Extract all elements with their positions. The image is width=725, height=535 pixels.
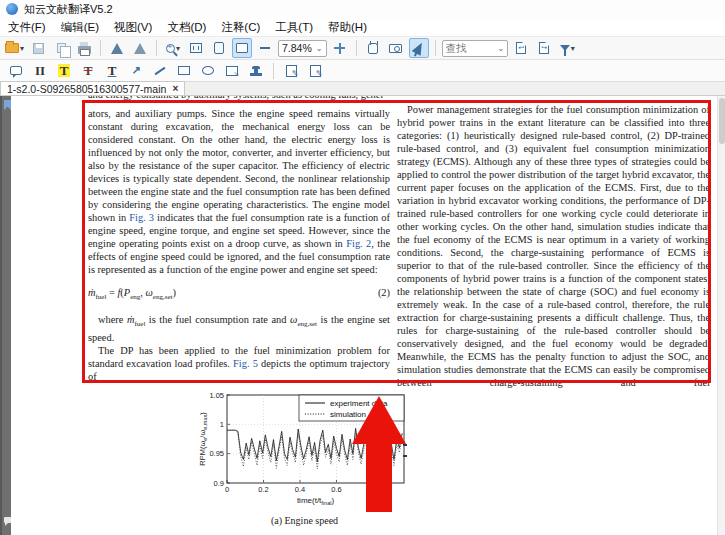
svg-text:time(t/tfinal): time(t/tfinal) <box>297 496 335 506</box>
print-icon <box>78 46 91 54</box>
fit-page-button[interactable] <box>209 38 229 58</box>
svg-text:0: 0 <box>225 485 229 494</box>
open-file-button[interactable]: ▾ <box>4 38 25 58</box>
hand-tool-button[interactable] <box>363 38 383 58</box>
menu-item[interactable]: 帮助(H) <box>328 20 367 35</box>
zoom-in-button[interactable] <box>330 38 350 58</box>
document-tab-label: 1-s2.0-S0926580516300577-main <box>7 83 166 95</box>
toolbar-separator <box>100 40 101 56</box>
svg-text:0.95: 0.95 <box>209 449 224 458</box>
zoom-combobox[interactable]: 7.84%⌄ <box>278 40 326 57</box>
svg-text:0.2: 0.2 <box>258 485 268 494</box>
red-highlight-box-annotation[interactable] <box>82 100 711 383</box>
save-copy-button[interactable] <box>51 38 71 58</box>
zoom-out-button[interactable] <box>255 38 275 58</box>
svg-text:1.05: 1.05 <box>209 391 224 400</box>
underline-tool-icon: T <box>108 64 117 77</box>
svg-text:1: 1 <box>220 420 224 429</box>
rotate-right-icon <box>134 43 146 54</box>
note-tool-button[interactable] <box>6 61 26 81</box>
image-tool-icon <box>226 66 238 76</box>
strikeout-text-button[interactable]: T <box>78 61 98 81</box>
toolbar-separator <box>273 63 274 79</box>
app-logo-icon <box>6 3 18 15</box>
menu-item[interactable]: 文档(D) <box>167 20 206 35</box>
stamp-tool-icon <box>250 73 262 76</box>
typewriter-tool-button[interactable]: ΙΙ <box>30 61 50 81</box>
figure-caption: (a) Engine speed <box>197 515 412 526</box>
arrow-tool-button[interactable]: ↗ <box>126 61 146 81</box>
caret-down-icon: ⌄ <box>316 44 323 53</box>
fit-visible-button[interactable] <box>232 38 252 58</box>
find-next-icon <box>539 42 549 54</box>
vertical-scrollbar[interactable] <box>717 96 725 535</box>
sign-tool-icon <box>286 65 297 77</box>
close-tab-icon[interactable]: × <box>172 84 178 94</box>
caret-down-icon: ▾ <box>176 44 180 53</box>
bookmark-panel-icon[interactable] <box>4 100 11 110</box>
find-next-button[interactable] <box>534 38 554 58</box>
find-input[interactable] <box>446 42 494 54</box>
line-tool-icon <box>155 66 166 75</box>
main-area: and energy consumed by auxiliary systems… <box>0 96 725 535</box>
scrollbar-thumb[interactable] <box>719 98 725 144</box>
note-tool-icon <box>10 66 22 75</box>
caret-down-icon: ⌄ <box>498 44 505 53</box>
print-button[interactable] <box>74 38 94 58</box>
select-tool-icon <box>411 40 425 55</box>
zoom-level-value: 7.84% <box>282 42 312 54</box>
arrow-head <box>352 396 406 444</box>
svg-text:0.4: 0.4 <box>295 485 305 494</box>
menu-item[interactable]: 注释(C) <box>221 20 260 35</box>
snapshot-icon <box>389 44 402 53</box>
main-toolbar: ▾ ▾ 7.84%⌄ ⌄ ▾ <box>0 36 725 60</box>
document-tab[interactable]: 1-s2.0-S0926580516300577-main × <box>0 81 185 95</box>
manage-signatures-button[interactable] <box>305 61 325 81</box>
zoom-out-icon <box>260 47 270 49</box>
toolbar-separator <box>156 40 157 56</box>
line-tool-button[interactable] <box>150 61 170 81</box>
rectangle-tool-button[interactable] <box>174 61 194 81</box>
fit-width-button[interactable] <box>186 38 206 58</box>
menu-item[interactable]: 编辑(E) <box>61 20 99 35</box>
menu-item[interactable]: 工具(T) <box>275 20 313 35</box>
caret-down-icon: ▾ <box>20 44 24 53</box>
fit-width-icon <box>190 43 202 53</box>
save-button[interactable] <box>28 38 48 58</box>
red-arrow-annotation[interactable] <box>352 396 406 512</box>
rotate-right-button[interactable] <box>130 38 150 58</box>
menu-item[interactable]: 文件(F) <box>8 20 46 35</box>
snapshot-button[interactable] <box>386 38 406 58</box>
typewriter-icon: ΙΙ <box>35 64 45 77</box>
application-window: 知云文献翻译V5.2 文件(F)编辑(E)视图(V)文档(D)注释(C)工具(T… <box>0 0 725 535</box>
find-combobox[interactable]: ⌄ <box>442 40 509 57</box>
svg-text:0.6: 0.6 <box>331 485 341 494</box>
hand-tool-icon <box>368 43 378 54</box>
stamp-tool-button[interactable] <box>246 61 266 81</box>
find-previous-button[interactable] <box>511 38 531 58</box>
svg-text:RPM(ωe/ωe,max): RPM(ωe/ωe,max) <box>198 412 208 466</box>
rotate-left-button[interactable] <box>107 38 127 58</box>
zoom-tool-button[interactable]: ▾ <box>163 38 183 58</box>
sign-document-button[interactable] <box>281 61 301 81</box>
highlight-settings-button[interactable]: ▾ <box>557 38 577 58</box>
title-bar: 知云文献翻译V5.2 <box>0 0 725 18</box>
ellipse-tool-button[interactable] <box>198 61 218 81</box>
highlight-settings-icon <box>560 45 570 51</box>
rectangle-tool-icon <box>178 66 190 75</box>
select-tool-button[interactable] <box>409 38 429 58</box>
highlight-tool-icon: T <box>58 64 71 77</box>
insert-image-button[interactable] <box>222 61 242 81</box>
caret-down-icon: ▾ <box>571 44 575 53</box>
fit-page-icon <box>214 42 224 54</box>
highlight-text-button[interactable]: T <box>54 61 74 81</box>
open-folder-icon <box>5 43 19 53</box>
document-page: and energy consumed by auxiliary systems… <box>11 96 717 535</box>
toolbar-separator <box>435 40 436 56</box>
copy-icon <box>57 43 66 53</box>
toolbar-separator <box>356 40 357 56</box>
underline-text-button[interactable]: T <box>102 61 122 81</box>
menu-item[interactable]: 视图(V) <box>114 20 152 35</box>
menu-bar: 文件(F)编辑(E)视图(V)文档(D)注释(C)工具(T)帮助(H) <box>0 18 725 36</box>
annotation-toolbar: ΙΙ T T T ↗ <box>0 60 725 82</box>
